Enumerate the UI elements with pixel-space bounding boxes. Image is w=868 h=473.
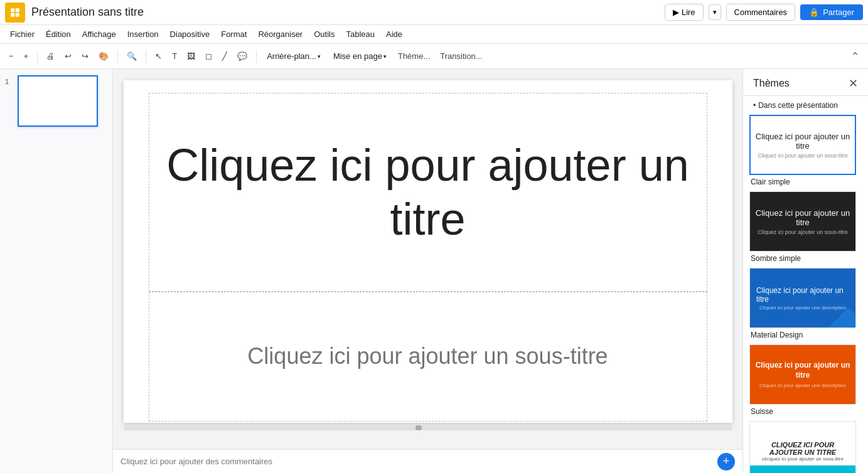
top-right-actions: ▶ Lire ▾ Commentaires 🔒 Partager (665, 4, 863, 21)
svg-rect-3 (16, 13, 19, 16)
paint-format-button[interactable]: 🎨 (95, 49, 112, 63)
themes-header: Thèmes ✕ (743, 69, 868, 96)
comments-area: Cliquez ici pour ajouter des commentaire… (113, 449, 742, 473)
theme-suisse-subtitle: Cliquez ici pour ajouter une description (759, 383, 846, 388)
partager-button[interactable]: 🔒 Partager (800, 4, 863, 20)
title-placeholder[interactable]: Cliquez ici pour ajouter un titre (149, 93, 707, 292)
themes-list: Cliquez ici pour ajouter un titre Clique… (743, 112, 868, 473)
toolbar-separator-2 (117, 50, 118, 63)
title-bar: Présentation sans titre ▶ Lire ▾ Comment… (0, 0, 868, 25)
theme-suisse-title: Cliquez ici pour ajouter un titre (750, 361, 855, 380)
menu-fichier[interactable]: Fichier (5, 28, 40, 41)
themes-close-button[interactable]: ✕ (849, 77, 858, 90)
collapse-toolbar-button[interactable]: ⌃ (847, 48, 863, 65)
shapes-tool[interactable]: ◻ (201, 49, 216, 63)
theme-thumb-material-design: Cliquez ici pour ajouter un titre Clique… (749, 268, 856, 328)
slide-1-number: 1 (5, 75, 14, 85)
horizontal-scrollbar[interactable] (124, 425, 732, 430)
redo-button[interactable]: ↪ (78, 49, 92, 63)
theme-item-suisse[interactable]: Cliquez ici pour ajouter un titre Clique… (749, 344, 862, 416)
arriere-plan-button[interactable]: Arrière-plan... ▾ (262, 49, 326, 63)
menu-format[interactable]: Format (216, 28, 252, 41)
comments-placeholder-text[interactable]: Cliquez ici pour ajouter des commentaire… (121, 457, 272, 466)
theme-plage-title: Cliquez ici pour ajouter un titre (750, 441, 855, 456)
svg-rect-0 (11, 8, 14, 12)
theme-material-title: Cliquez ici pour ajouter un titre (750, 286, 855, 304)
image-tool[interactable]: 🖼 (183, 49, 199, 63)
menu-bar: Fichier Édition Affichage Insertion Diap… (0, 25, 868, 44)
toolbar-separator-4 (256, 50, 257, 63)
canvas-area: Cliquez ici pour ajouter un titre Clique… (113, 69, 742, 473)
menu-outils[interactable]: Outils (309, 28, 340, 41)
menu-edition[interactable]: Édition (41, 28, 76, 41)
menu-affichage[interactable]: Affichage (77, 28, 121, 41)
document-title[interactable]: Présentation sans titre (31, 6, 665, 19)
print-button[interactable]: 🖨 (43, 49, 58, 63)
comment-tool[interactable]: 💬 (233, 49, 251, 63)
select-tool[interactable]: ↖ (151, 49, 166, 63)
title-area: Présentation sans titre (31, 6, 665, 19)
zoom-percentage-button[interactable]: 🔍 (123, 49, 141, 63)
lire-dropdown-button[interactable]: ▾ (709, 4, 721, 20)
theme-material-name: Material Design (749, 331, 862, 339)
toolbar: − + 🖨 ↩ ↪ 🎨 🔍 ↖ T 🖼 ◻ ╱ 💬 Arrière-plan..… (0, 44, 868, 69)
theme-thumb-journee-plage: Cliquez ici pour ajouter un titre clicqu… (749, 421, 856, 473)
app-logo (5, 3, 25, 23)
theme-item-journee-plage[interactable]: Cliquez ici pour ajouter un titre clicqu… (749, 421, 862, 473)
subtitle-placeholder-text[interactable]: Cliquez ici pour ajouter un sous-titre (247, 343, 608, 369)
main-layout: 1 Cliquez ici pour ajouter un titre Cliq… (0, 69, 868, 473)
theme-plage-subtitle: clicquez ici pour ajouter un sous-titre (762, 456, 844, 462)
theme-material-subtitle: Cliquez ici pour ajouter une description (753, 305, 852, 311)
svg-rect-1 (16, 8, 19, 12)
toolbar-separator-1 (37, 50, 38, 63)
theme-sombre-name: Sombre simple (749, 254, 862, 263)
toolbar-separator-3 (146, 50, 146, 63)
theme-clair-subtitle: Cliquez ici pour ajouter un sous-titre (758, 152, 848, 159)
svg-rect-2 (11, 13, 14, 16)
add-comment-button[interactable]: + (717, 453, 735, 470)
play-icon: ▶ (673, 8, 679, 17)
theme-suisse-name: Suisse (749, 407, 862, 416)
theme-button[interactable]: Thème... (394, 49, 434, 63)
theme-item-material-design[interactable]: Cliquez ici pour ajouter un titre Clique… (749, 268, 862, 339)
commentaires-button[interactable]: Commentaires (726, 4, 796, 21)
section-bullet: • (753, 101, 756, 110)
theme-item-clair-simple[interactable]: Cliquez ici pour ajouter un titre Clique… (749, 115, 862, 186)
theme-thumb-clair-simple: Cliquez ici pour ajouter un titre Clique… (749, 115, 856, 175)
plage-bar-decoration (750, 465, 855, 473)
arriere-plan-arrow: ▾ (318, 53, 321, 60)
theme-item-sombre-simple[interactable]: Cliquez ici pour ajouter un titre Clique… (749, 191, 862, 263)
zoom-out-button[interactable]: − (5, 49, 18, 63)
menu-reorganiser[interactable]: Réorganiser (253, 28, 308, 41)
title-placeholder-text[interactable]: Cliquez ici pour ajouter un titre (149, 138, 707, 247)
line-tool[interactable]: ╱ (218, 49, 231, 63)
menu-aide[interactable]: Aide (381, 28, 407, 41)
slide-canvas[interactable]: Cliquez ici pour ajouter un titre Clique… (124, 80, 732, 423)
zoom-icon: 🔍 (127, 51, 137, 61)
menu-diapositive[interactable]: Diapositive (165, 28, 215, 41)
lock-icon: 🔒 (809, 8, 819, 17)
text-tool[interactable]: T (168, 49, 181, 63)
transition-button[interactable]: Transition... (436, 49, 486, 63)
themes-panel: Thèmes ✕ • Dans cette présentation Cliqu… (742, 69, 868, 473)
theme-clair-name: Clair simple (749, 178, 862, 186)
subtitle-placeholder[interactable]: Cliquez ici pour ajouter un sous-titre (149, 292, 707, 422)
themes-panel-title: Thèmes (753, 78, 790, 89)
theme-sombre-title: Cliquez ici pour ajouter un titre (750, 208, 855, 227)
themes-section-label: • Dans cette présentation (743, 96, 868, 112)
slide-1-thumbnail[interactable] (18, 75, 98, 127)
menu-insertion[interactable]: Insertion (122, 28, 164, 41)
mise-en-page-arrow: ▾ (383, 53, 387, 60)
theme-sombre-subtitle: Cliquez ici pour ajouter un sous-titre (758, 229, 848, 235)
slide-1-container: 1 (5, 75, 107, 127)
menu-tableau[interactable]: Tableau (341, 28, 380, 41)
theme-thumb-sombre-simple: Cliquez ici pour ajouter un titre Clique… (749, 191, 856, 252)
slides-panel: 1 (0, 69, 113, 473)
material-corner-decoration (827, 307, 856, 328)
theme-thumb-suisse: Cliquez ici pour ajouter un titre Clique… (749, 344, 856, 405)
zoom-in-button[interactable]: + (20, 49, 33, 63)
mise-en-page-button[interactable]: Mise en page ▾ (328, 49, 392, 63)
lire-button[interactable]: ▶ Lire (665, 4, 704, 21)
theme-clair-title: Cliquez ici pour ajouter un titre (751, 132, 855, 151)
undo-button[interactable]: ↩ (61, 49, 75, 63)
